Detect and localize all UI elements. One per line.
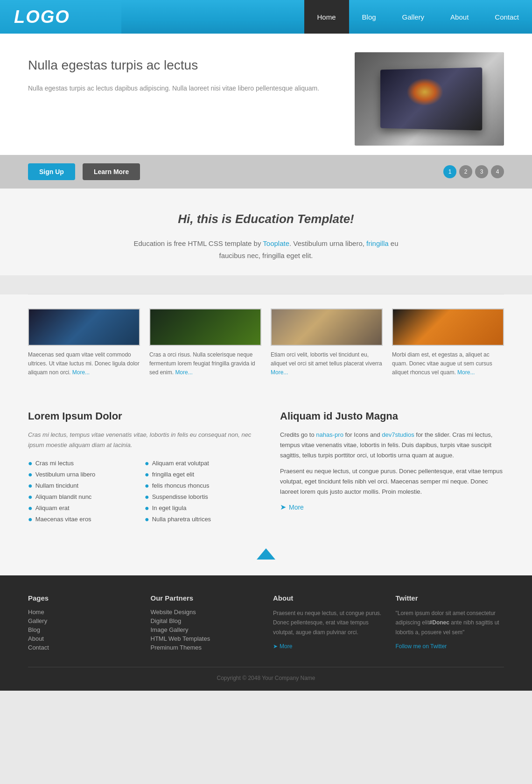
dot-4[interactable]: 4 — [491, 165, 504, 178]
portfolio-more-3[interactable]: More... — [271, 369, 288, 376]
portfolio-more-2[interactable]: More... — [175, 369, 192, 376]
slider-dots: 1 2 3 4 — [443, 165, 504, 178]
footer-partners-title: Our Partners — [151, 594, 259, 602]
list-item-r2: ●fringilla eget elit — [145, 469, 252, 480]
footer-page-home[interactable]: Home — [28, 609, 137, 616]
up-arrow-icon — [257, 548, 275, 560]
welcome-title: Hi, this is Education Template! — [28, 212, 504, 226]
list-item-1: ●Cras mi lectus — [28, 458, 135, 469]
footer: Pages Home Gallery Blog About Contact Ou… — [0, 575, 532, 691]
footer-about: About Praesent eu neque lectus, ut congu… — [273, 594, 382, 653]
hero-image — [355, 52, 504, 146]
portfolio-desc-4: Morbi diam est, et egestas a, aliquet ac… — [392, 350, 504, 378]
footer-partner-2[interactable]: Digital Blog — [151, 617, 259, 624]
portfolio-desc-1: Maecenas sed quam vitae velit commodo ul… — [28, 350, 140, 378]
list-item-r4: ●Suspendisse lobortis — [145, 491, 252, 503]
hero-image-mock — [355, 52, 504, 146]
footer-twitter: Twitter "Lorem ipsum dolor sit amet cons… — [396, 594, 504, 653]
nahas-link[interactable]: nahas-pro — [316, 431, 343, 438]
footer-partner-3[interactable]: Image Gallery — [151, 626, 259, 633]
fringilla-link[interactable]: fringilla — [366, 239, 389, 247]
left-column: Lorem Ipsum Dolor Cras mi lectus, tempus… — [28, 410, 252, 525]
footer-partner-5[interactable]: Preminum Themes — [151, 644, 259, 651]
list-item-2: ●Vestibulum urna libero — [28, 469, 135, 480]
right-col-more-label: More — [289, 504, 304, 511]
footer-twitter-title: Twitter — [396, 594, 504, 602]
dot-3[interactable]: 3 — [475, 165, 488, 178]
dev7studios-link[interactable]: dev7studios — [382, 431, 414, 438]
hero-card — [380, 67, 482, 130]
portfolio-item-4: Morbi diam est, et egestas a, aliquet ac… — [392, 308, 504, 378]
list-left: ●Cras mi lectus ●Vestibulum urna libero … — [28, 458, 135, 525]
bullet-icon: ● — [28, 493, 33, 501]
footer-about-more-label: More — [280, 643, 292, 650]
bullet-icon: ● — [145, 482, 149, 490]
footer-grid: Pages Home Gallery Blog About Contact Ou… — [28, 594, 504, 653]
list-item-r1: ●Aliquam erat volutpat — [145, 458, 252, 469]
footer-more-arrow: ➤ — [273, 643, 278, 650]
portfolio-item-3: Etiam orci velit, lobortis vel tincidunt… — [271, 308, 383, 378]
footer-page-about[interactable]: About — [28, 635, 137, 642]
portfolio-desc-2: Cras a orci risus. Nulla scelerisque neq… — [149, 350, 261, 378]
portfolio-grid: Maecenas sed quam vitae velit commodo ul… — [0, 294, 532, 392]
bullet-icon: ● — [145, 493, 149, 501]
cta-bar: Sign Up Learn More 1 2 3 4 — [0, 155, 532, 189]
nav-blog[interactable]: Blog — [349, 0, 389, 34]
hero-text: Nulla egestas turpis ac lectus Nulla ege… — [28, 52, 336, 94]
bullet-icon: ● — [145, 504, 149, 512]
list-item-5: ●Aliquam erat — [28, 503, 135, 514]
left-col-title: Lorem Ipsum Dolor — [28, 410, 252, 422]
footer-pages: Pages Home Gallery Blog About Contact — [28, 594, 137, 653]
hero-section: Nulla egestas turpis ac lectus Nulla ege… — [0, 34, 532, 155]
header: LOGO Home Blog Gallery About Contact — [0, 0, 532, 34]
welcome-text-middle: . Vestibulum urna libero, — [289, 239, 366, 247]
footer-pages-title: Pages — [28, 594, 137, 602]
footer-about-more[interactable]: ➤ More — [273, 643, 292, 650]
bullet-icon: ● — [28, 515, 33, 524]
bullet-icon: ● — [28, 470, 33, 479]
list-item-r6: ●Nulla pharetra ultrices — [145, 514, 252, 525]
bullet-icon: ● — [145, 459, 149, 468]
dot-1[interactable]: 1 — [443, 165, 456, 178]
dot-2[interactable]: 2 — [459, 165, 472, 178]
tooplate-link[interactable]: Tooplate — [263, 239, 289, 247]
portfolio-item-1: Maecenas sed quam vitae velit commodo ul… — [28, 308, 140, 378]
learn-more-button[interactable]: Learn More — [83, 163, 140, 180]
nav-gallery[interactable]: Gallery — [389, 0, 438, 34]
nav-home[interactable]: Home — [304, 0, 349, 34]
follow-twitter-link[interactable]: Follow me on Twitter — [396, 643, 447, 650]
bullet-icon: ● — [145, 515, 149, 524]
up-arrow-section — [0, 544, 532, 575]
nav-contact[interactable]: Contact — [482, 0, 532, 34]
hero-card-glow — [406, 78, 443, 106]
portfolio-thumb-2 — [149, 308, 261, 346]
footer-about-text: Praesent eu neque lectus, ut congue puru… — [273, 609, 382, 637]
footer-partner-1[interactable]: Website Designs — [151, 609, 259, 616]
portfolio-thumb-1 — [28, 308, 140, 346]
list-right: ●Aliquam erat volutpat ●fringilla eget e… — [145, 458, 252, 525]
right-col-title: Aliquam id Justo Magna — [280, 410, 504, 422]
footer-partners: Our Partners Website Designs Digital Blo… — [151, 594, 259, 653]
sign-up-button[interactable]: Sign Up — [28, 163, 75, 180]
portfolio-more-4[interactable]: More... — [457, 369, 475, 376]
footer-about-title: About — [273, 594, 382, 602]
logo: LOGO — [14, 7, 70, 27]
logo-area: LOGO — [0, 0, 121, 34]
footer-bottom: Copyright © 2048 Your Company Name — [28, 667, 504, 681]
portfolio-thumb-3 — [271, 308, 383, 346]
right-col-more-link[interactable]: ➤ More — [280, 503, 304, 511]
two-col-section: Lorem Ipsum Dolor Cras mi lectus, tempus… — [0, 392, 532, 544]
footer-page-blog[interactable]: Blog — [28, 626, 137, 633]
footer-page-contact[interactable]: Contact — [28, 644, 137, 651]
left-col-desc: Cras mi lectus, tempus vitae venenatis v… — [28, 430, 252, 450]
nav-about[interactable]: About — [437, 0, 482, 34]
bullet-icon: ● — [28, 504, 33, 512]
bullet-icon: ● — [28, 482, 33, 490]
portfolio-thumb-4 — [392, 308, 504, 346]
portfolio-more-1[interactable]: More... — [72, 369, 90, 376]
footer-page-gallery[interactable]: Gallery — [28, 617, 137, 624]
footer-twitter-quote: "Lorem ipsum dolor sit amet consectetur … — [396, 609, 504, 637]
main-nav: Home Blog Gallery About Contact — [304, 0, 532, 34]
welcome-section: Hi, this is Education Template! Educatio… — [0, 189, 532, 275]
footer-partner-4[interactable]: HTML Web Templates — [151, 635, 259, 642]
